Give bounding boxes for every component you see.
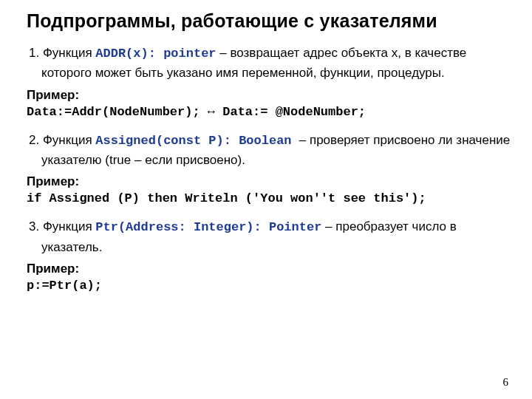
item-3: 3. Функция Ptr(Address: Integer): Pointe… — [27, 217, 511, 257]
item-3-pre: 3. Функция — [29, 219, 95, 233]
item-3-func: Ptr(Address: Integer): Pointer — [95, 220, 321, 234]
item-1-pre: 1. Функция — [29, 46, 95, 60]
item-1-func: ADDR(x): pointer — [95, 47, 216, 61]
item-2-func: Assigned(const P): Boolean — [95, 134, 299, 148]
item-1: 1. Функция ADDR(x): pointer – возвращает… — [27, 44, 511, 83]
slide-title: Подпрограммы, работающие с указателями — [27, 10, 511, 32]
code-block-3: p:=Ptr(a); — [27, 279, 511, 293]
code-block-1: Data:=Addr(NodeNumber); ↔ Data:= @NodeNu… — [27, 105, 511, 119]
example-label-2: Пример: — [27, 174, 511, 189]
page-number: 6 — [503, 376, 509, 389]
item-2-pre: 2. Функция — [29, 133, 95, 147]
slide: Подпрограммы, работающие с указателями 1… — [0, 0, 532, 399]
code-block-2: if Assigned (P) then Writeln ('You won''… — [27, 191, 511, 205]
item-2: 2. Функция Assigned(const P): Boolean – … — [27, 131, 511, 171]
example-label-1: Пример: — [27, 88, 511, 103]
example-label-3: Пример: — [27, 262, 511, 276]
